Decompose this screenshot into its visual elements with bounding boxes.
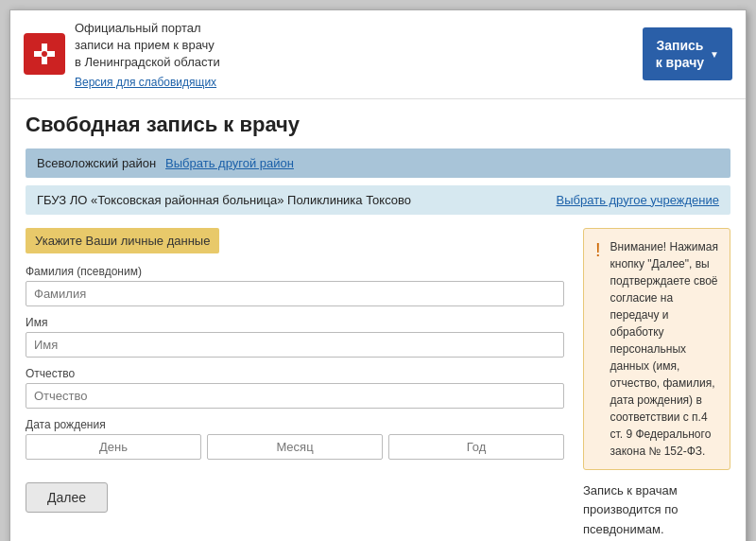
chevron-down-icon: ▼ [710, 48, 719, 61]
dob-day-input[interactable] [26, 434, 201, 460]
name-input[interactable] [26, 332, 564, 358]
next-button[interactable]: Далее [26, 482, 108, 513]
dob-month-input[interactable] [207, 434, 383, 460]
header-title: Официальный портал записи на прием к вра… [75, 20, 220, 72]
header: Официальный портал записи на прием к вра… [10, 10, 746, 99]
main-content: Свободная запись к врачу Всеволожский ра… [10, 99, 746, 541]
surname-field-group: Фамилия (псевдоним) [26, 265, 564, 306]
visually-impaired-link[interactable]: Версия для слабовидящих [75, 76, 220, 89]
notice-column: ! Внимание! Нажимая кнопку "Далее", вы п… [583, 228, 730, 541]
page-title: Свободная запись к врачу [26, 113, 730, 137]
form-notice-row: Укажите Ваши личные данные Фамилия (псев… [26, 228, 730, 541]
surname-input[interactable] [26, 281, 564, 306]
record-button[interactable]: Запись к врачу ▼ [643, 27, 732, 80]
patronymic-label: Отчество [26, 367, 564, 380]
warning-text: Внимание! Нажимая кнопку "Далее", вы под… [610, 238, 718, 460]
patronymic-input[interactable] [26, 383, 564, 409]
name-field-group: Имя [26, 316, 564, 358]
header-text-block: Официальный портал записи на прием к вра… [75, 20, 220, 89]
notice-info-1: Запись к врачам производится по псевдони… [583, 481, 730, 540]
date-row [26, 434, 564, 460]
dob-year-input[interactable] [388, 434, 564, 460]
change-district-link[interactable]: Выбрать другой район [165, 156, 294, 170]
dob-label: Дата рождения [26, 418, 564, 431]
change-institution-link[interactable]: Выбрать другое учреждение [557, 193, 719, 207]
surname-label: Фамилия (псевдоним) [26, 265, 564, 278]
name-label: Имя [26, 316, 564, 329]
svg-point-2 [42, 51, 47, 57]
notice-warning-box: ! Внимание! Нажимая кнопку "Далее", вы п… [583, 228, 730, 470]
district-bar: Всеволожский район Выбрать другой район [26, 148, 730, 178]
logo-icon [24, 33, 65, 75]
section-label: Укажите Ваши личные данные [26, 228, 219, 253]
patronymic-field-group: Отчество [26, 367, 564, 409]
form-column: Укажите Ваши личные данные Фамилия (псев… [26, 228, 564, 513]
warning-icon: ! [595, 239, 601, 261]
institution-bar: ГБУЗ ЛО «Токсовская районная больница» П… [26, 185, 730, 215]
header-left: Официальный портал записи на прием к вра… [24, 20, 220, 89]
dob-field-group: Дата рождения [26, 418, 564, 460]
institution-name: ГБУЗ ЛО «Токсовская районная больница» П… [37, 193, 411, 207]
district-name: Всеволожский район [37, 156, 156, 170]
